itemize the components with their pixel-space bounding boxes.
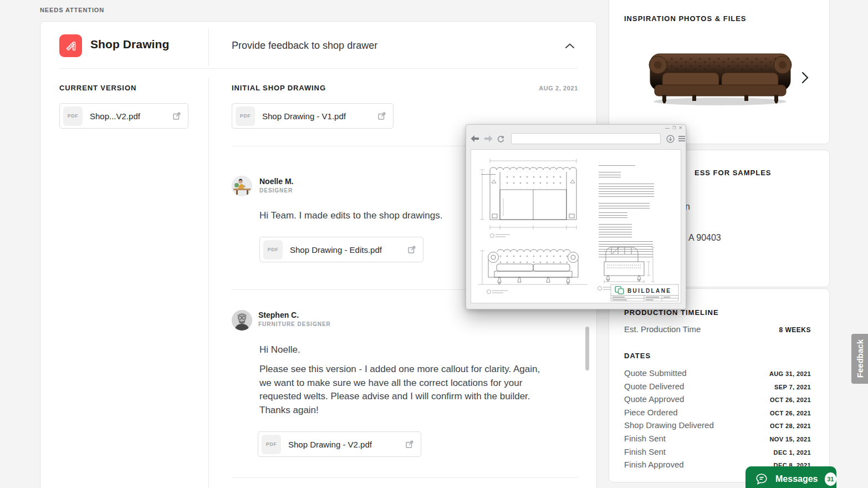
timeline-value: NOV 15, 2021 (769, 436, 811, 443)
comment-text: Please see this version - I added one mo… (259, 363, 545, 417)
messages-button[interactable]: Messages 31 (746, 466, 836, 488)
collapse-chevron-icon[interactable] (565, 42, 577, 50)
thread-divider (232, 477, 578, 478)
est-production-value: 8 WEEKS (779, 326, 811, 334)
viewer-toolbar (466, 131, 686, 146)
external-link-icon[interactable] (377, 111, 386, 120)
current-version-heading: CURRENT VERSION (59, 84, 136, 92)
samples-heading-fragment: ESS FOR SAMPLES (695, 169, 772, 177)
timeline-row: Quote Submitted AUG 31, 2021 (624, 368, 811, 378)
samples-line2-fragment: A 90403 (688, 233, 721, 243)
avatar-stephen (232, 310, 252, 331)
timeline-row: Finish Sent DEC 1, 2021 (624, 447, 811, 456)
external-link-icon[interactable] (405, 440, 414, 449)
page-title: Shop Drawing (90, 38, 169, 51)
inspiration-heading: INSPIRATION PHOTOS & FILES (624, 14, 747, 23)
forward-icon[interactable] (484, 135, 493, 142)
timeline-value: OCT 28, 2021 (770, 423, 811, 429)
timeline-label: Shop Drawing Delivered (624, 420, 714, 430)
file-chip-v2[interactable]: PDF Shop Drawing - V2.pdf (258, 431, 421, 457)
timeline-label: Quote Approved (624, 394, 684, 404)
thread-scrollbar[interactable] (585, 327, 589, 370)
production-heading: PRODUCTION TIMELINE (624, 308, 719, 317)
restore-icon[interactable]: ❐ (672, 126, 676, 130)
pdf-badge: PDF (236, 106, 255, 126)
chat-bubble-icon (754, 472, 769, 486)
initial-shop-drawing-date: AUG 2, 2021 (539, 85, 578, 92)
buildlane-logo-text: BUILDLANE (627, 288, 671, 294)
messages-badge: 31 (825, 472, 837, 486)
close-icon[interactable]: ✕ (678, 126, 682, 130)
file-name: Shop Drawing - V1.pdf (262, 111, 370, 121)
file-chip-v1[interactable]: PDF Shop Drawing - V1.pdf (232, 103, 394, 129)
timeline-value: AUG 31, 2021 (769, 370, 811, 377)
refresh-icon[interactable] (497, 135, 504, 143)
comment-text: Hi Noelle. (259, 343, 548, 357)
external-link-icon[interactable] (407, 245, 416, 254)
comment-author: Stephen C. (258, 311, 331, 319)
app-root: NEEDS ATTENTION Shop Drawing Provide fee… (0, 0, 868, 488)
minimize-icon[interactable]: — (665, 126, 670, 130)
file-name: Shop Drawing - V2.pdf (288, 440, 397, 449)
spec-text-block (599, 165, 654, 263)
feedback-tab[interactable]: Feedback (851, 334, 868, 384)
timeline-value: DEC 1, 2021 (774, 449, 811, 456)
file-name: Shop...V2.pdf (90, 111, 165, 121)
avatar-noelle (232, 176, 252, 196)
timeline-value: SEP 7, 2021 (774, 384, 811, 390)
timeline-row: Shop Drawing Delivered OCT 28, 2021 (624, 420, 811, 430)
url-input[interactable] (511, 133, 661, 144)
timeline-value: OCT 26, 2021 (770, 396, 811, 403)
messages-label: Messages (775, 474, 818, 484)
header-divider (208, 28, 209, 66)
pdf-viewer-window[interactable]: — ❐ ✕ (466, 124, 686, 309)
file-chip-current[interactable]: PDF Shop...V2.pdf (59, 103, 188, 129)
est-production-label: Est. Production Time (624, 324, 701, 334)
timeline-value: OCT 26, 2021 (770, 410, 811, 416)
file-chip-edits[interactable]: PDF Shop Drawing - Edits.pdf (259, 237, 423, 262)
file-name: Shop Drawing - Edits.pdf (290, 245, 400, 255)
pdf-badge: PDF (63, 106, 83, 126)
timeline-label: Finish Sent (624, 434, 666, 443)
comment-role: DESIGNER (259, 187, 293, 194)
pdf-badge: PDF (262, 435, 281, 454)
needs-attention-label: NEEDS ATTENTION (40, 7, 104, 13)
pdf-badge: PDF (263, 240, 283, 260)
timeline-label: Finish Sent (624, 447, 666, 456)
inspiration-card: INSPIRATION PHOTOS & FILES (609, 0, 830, 144)
feedback-tab-label: Feedback (855, 339, 865, 378)
shop-drawing-tile (59, 34, 82, 57)
timeline-row: Quote Delivered SEP 7, 2021 (624, 382, 811, 391)
carousel-next-icon[interactable] (801, 72, 809, 86)
shop-drawing-sheet: BUILDLANE (471, 149, 681, 303)
dates-heading: DATES (624, 352, 651, 360)
menu-icon[interactable] (678, 135, 686, 142)
initial-shop-drawing-heading: INITIAL SHOP DRAWING (232, 84, 326, 92)
back-icon[interactable] (471, 135, 479, 142)
external-link-icon[interactable] (172, 111, 181, 120)
card-subtitle: Provide feedback to shop drawer (232, 40, 377, 52)
inspiration-photo-sofa[interactable] (641, 35, 799, 109)
production-timeline-card: PRODUCTION TIMELINE Est. Production Time… (609, 288, 830, 482)
column-divider (208, 78, 209, 488)
timeline-label: Quote Submitted (624, 368, 687, 378)
comment-role: FURNITURE DESIGNER (258, 321, 331, 327)
header-rule (59, 68, 578, 69)
timeline-row: Piece Ordered OCT 26, 2021 (624, 408, 811, 417)
spec-note (481, 174, 496, 176)
timeline-label: Finish Approved (624, 460, 684, 469)
timeline-row: Finish Sent NOV 15, 2021 (624, 434, 811, 443)
comment-author: Noelle M. (259, 177, 293, 186)
timeline-label: Piece Ordered (624, 408, 678, 417)
ruler-icon (64, 39, 78, 53)
timeline-row: Quote Approved OCT 26, 2021 (624, 394, 811, 404)
timeline-label: Quote Delivered (624, 382, 684, 391)
download-icon[interactable] (666, 135, 675, 143)
